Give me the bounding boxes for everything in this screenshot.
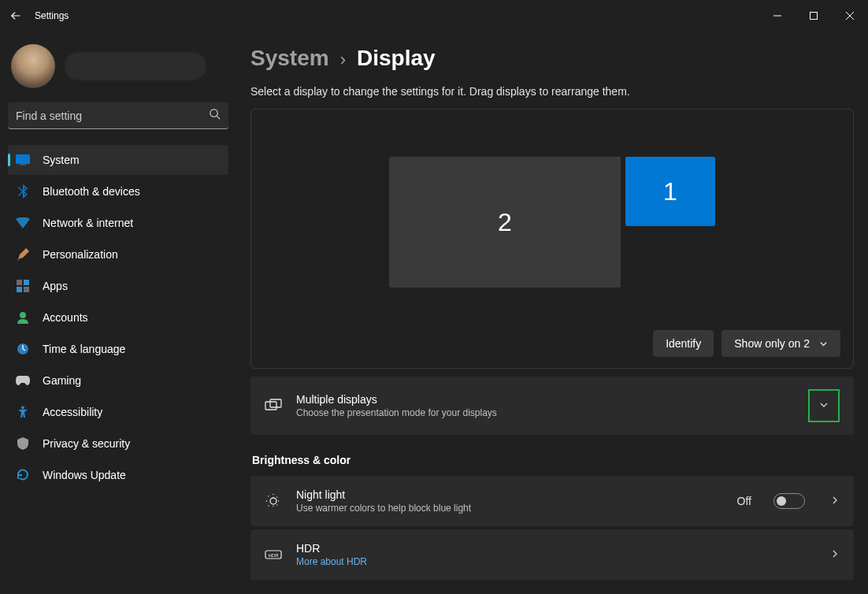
accessibility-icon	[16, 405, 30, 419]
svg-rect-15	[265, 402, 276, 410]
multiple-displays-icon	[265, 397, 282, 414]
gaming-icon	[16, 373, 30, 388]
sidebar-item-bluetooth-devices[interactable]: Bluetooth & devices	[8, 176, 228, 206]
sidebar-item-privacy-security[interactable]: Privacy & security	[8, 429, 228, 458]
network-icon	[16, 216, 30, 230]
sidebar-item-windows-update[interactable]: Windows Update	[8, 460, 228, 490]
night-light-sub: Use warmer colors to help block blue lig…	[296, 503, 723, 514]
breadcrumb-separator: ›	[340, 50, 346, 70]
svg-rect-1	[811, 13, 818, 20]
sidebar-item-label: Bluetooth & devices	[43, 185, 140, 198]
multiple-displays-title: Multiple displays	[296, 393, 783, 406]
personalization-icon	[16, 247, 30, 262]
night-light-row[interactable]: Night light Use warmer colors to help bl…	[250, 476, 854, 526]
svg-line-5	[217, 116, 220, 119]
avatar	[11, 44, 55, 88]
monitor-1[interactable]: 1	[625, 157, 715, 226]
bluetooth-icon	[16, 184, 30, 199]
identify-button[interactable]: Identify	[653, 330, 714, 357]
svg-rect-9	[24, 280, 29, 285]
svg-text:HDR: HDR	[269, 553, 280, 558]
chevron-down-icon	[819, 400, 829, 410]
svg-line-25	[269, 505, 270, 507]
night-light-icon	[265, 492, 282, 510]
svg-rect-11	[24, 287, 29, 292]
window-controls	[759, 0, 868, 32]
breadcrumb-current: Display	[357, 46, 436, 71]
privacy-icon	[16, 436, 30, 451]
expand-highlight[interactable]	[808, 389, 840, 422]
night-light-toggle[interactable]	[773, 493, 805, 509]
svg-point-4	[210, 110, 217, 117]
svg-point-12	[20, 312, 26, 318]
window-title: Settings	[35, 10, 69, 21]
monitor-2[interactable]: 2	[389, 157, 621, 288]
sidebar-item-label: Network & internet	[43, 217, 133, 229]
sidebar: System Bluetooth & devices Network & int…	[0, 32, 236, 594]
sidebar-item-label: Windows Update	[43, 469, 126, 481]
sidebar-item-time-language[interactable]: Time & language	[8, 334, 228, 364]
sidebar-item-label: Gaming	[43, 374, 81, 387]
multiple-displays-sub: Choose the presentation mode for your di…	[296, 407, 783, 418]
sidebar-item-accessibility[interactable]: Accessibility	[8, 397, 228, 427]
svg-rect-6	[16, 154, 30, 164]
svg-line-24	[277, 496, 279, 498]
night-light-title: Night light	[296, 488, 723, 501]
close-button[interactable]	[832, 0, 868, 32]
svg-rect-16	[270, 399, 281, 407]
svg-line-23	[277, 505, 279, 507]
minimize-button[interactable]	[759, 0, 796, 32]
svg-rect-10	[17, 287, 22, 292]
sidebar-item-label: Time & language	[43, 343, 125, 355]
chevron-down-icon	[819, 340, 828, 348]
titlebar: Settings	[0, 0, 868, 32]
sidebar-item-label: System	[43, 154, 80, 166]
sidebar-item-accounts[interactable]: Accounts	[8, 303, 228, 332]
display-arrange-panel: 2 1 Identify Show only on 2	[250, 109, 854, 369]
sidebar-item-label: Personalization	[43, 248, 118, 261]
accounts-icon	[16, 310, 30, 325]
hdr-title: HDR	[296, 542, 805, 555]
svg-rect-7	[20, 164, 26, 165]
search-icon	[209, 108, 221, 123]
chevron-right-icon	[830, 548, 840, 562]
time-language-icon	[16, 342, 30, 356]
svg-point-14	[21, 407, 24, 410]
hdr-icon: HDR	[265, 546, 282, 563]
hdr-row[interactable]: HDR HDR More about HDR	[250, 529, 854, 580]
sidebar-item-label: Accessibility	[43, 406, 102, 418]
svg-point-17	[270, 498, 276, 504]
display-mode-dropdown[interactable]: Show only on 2	[721, 330, 840, 357]
windows-update-icon	[16, 468, 30, 482]
back-button[interactable]	[8, 8, 24, 24]
sidebar-item-gaming[interactable]: Gaming	[8, 366, 228, 395]
display-subtitle: Select a display to change the settings …	[250, 85, 854, 98]
profile-name-redacted	[65, 52, 206, 80]
search-field[interactable]	[8, 102, 228, 129]
sidebar-item-label: Accounts	[43, 311, 88, 324]
breadcrumb: System › Display	[250, 46, 854, 71]
display-mode-value: Show only on 2	[734, 337, 810, 350]
main-content: System › Display Select a display to cha…	[236, 32, 868, 594]
sidebar-item-personalization[interactable]: Personalization	[8, 239, 228, 269]
sidebar-item-network-internet[interactable]: Network & internet	[8, 208, 228, 238]
breadcrumb-parent[interactable]: System	[250, 46, 329, 71]
maximize-button[interactable]	[796, 0, 832, 32]
svg-line-22	[269, 496, 270, 498]
hdr-link[interactable]: More about HDR	[296, 556, 805, 567]
night-light-state: Off	[737, 495, 751, 507]
multiple-displays-row[interactable]: Multiple displays Choose the presentatio…	[250, 377, 854, 435]
system-icon	[16, 153, 30, 167]
sidebar-item-apps[interactable]: Apps	[8, 271, 228, 301]
sidebar-item-system[interactable]: System	[8, 145, 228, 175]
display-arrange-area[interactable]: 2 1	[264, 122, 840, 322]
chevron-right-icon	[830, 494, 840, 508]
section-brightness-color: Brightness & color	[252, 454, 854, 466]
sidebar-item-label: Apps	[43, 280, 68, 292]
profile[interactable]	[8, 39, 228, 102]
svg-rect-8	[17, 280, 22, 285]
apps-icon	[16, 279, 30, 293]
sidebar-item-label: Privacy & security	[43, 437, 130, 450]
search-input[interactable]	[16, 110, 209, 122]
